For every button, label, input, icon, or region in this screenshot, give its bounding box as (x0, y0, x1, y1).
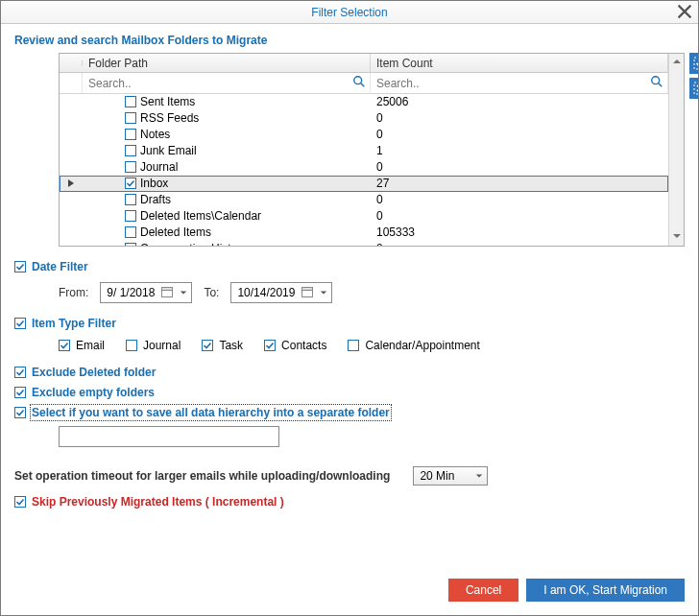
header-folder-path[interactable]: Folder Path (83, 54, 371, 73)
item-type-journal-checkbox[interactable]: Journal (126, 339, 181, 352)
select-all-button[interactable] (689, 53, 699, 74)
row-checkbox[interactable] (125, 96, 136, 107)
checkbox-icon (14, 261, 26, 272)
to-date-input[interactable]: 10/14/2019 (230, 282, 332, 303)
row-checkbox[interactable] (125, 145, 136, 156)
folder-name: Notes (140, 128, 170, 141)
scroll-up-icon[interactable] (672, 56, 682, 69)
checkbox-icon (348, 340, 359, 351)
table-row[interactable]: Notes0 (60, 127, 668, 143)
row-checkbox[interactable] (125, 161, 136, 173)
folder-name: RSS Feeds (140, 111, 199, 125)
search-icon[interactable] (650, 75, 663, 91)
svg-rect-7 (302, 287, 313, 290)
skip-migrated-checkbox[interactable]: Skip Previously Migrated Items ( Increme… (14, 495, 284, 509)
checkbox-icon (202, 340, 213, 351)
close-icon[interactable] (677, 4, 692, 19)
table-row[interactable]: RSS Feeds0 (60, 110, 668, 127)
deselect-all-button[interactable] (689, 78, 699, 99)
folder-name: Conversation History (140, 242, 247, 246)
date-filter-checkbox[interactable]: Date Filter (14, 260, 88, 273)
table-row[interactable]: Inbox27 (60, 176, 668, 192)
folder-name: Junk Email (140, 144, 197, 157)
row-checkbox[interactable] (125, 210, 136, 222)
checkbox-icon (126, 340, 137, 351)
scrollbar[interactable] (668, 54, 684, 246)
item-count: 0 (371, 192, 668, 207)
search-folder-path-input[interactable] (86, 76, 352, 91)
item-type-calendar-appointment-checkbox[interactable]: Calendar/Appointment (348, 339, 479, 352)
row-checkbox[interactable] (125, 194, 136, 205)
row-checkbox[interactable] (125, 243, 136, 246)
from-label: From: (59, 286, 88, 299)
timeout-value: 20 Min (420, 469, 454, 483)
folder-name: Journal (140, 160, 178, 174)
folder-name: Inbox (140, 177, 168, 190)
chevron-down-icon (320, 286, 327, 299)
separate-folder-checkbox[interactable]: Select if you want to save all data hier… (14, 406, 390, 419)
item-count: 0 (371, 110, 668, 126)
table-row[interactable]: Junk Email1 (60, 143, 668, 159)
from-date-value: 9/ 1/2018 (107, 286, 155, 299)
item-type-email-checkbox[interactable]: Email (59, 339, 105, 352)
header-item-count[interactable]: Item Count (371, 54, 668, 73)
item-type-filter-label: Item Type Filter (32, 317, 116, 330)
folder-name: Deleted Items\Calendar (140, 209, 261, 223)
to-label: To: (204, 286, 219, 299)
folder-name: Drafts (140, 193, 171, 206)
folder-name: Sent Items (140, 95, 195, 108)
checkbox-icon (14, 496, 26, 508)
timeout-select[interactable]: 20 Min (413, 466, 488, 486)
date-filter-label: Date Filter (32, 260, 88, 273)
table-row[interactable]: Journal0 (60, 159, 668, 176)
folder-grid: Folder Path Item Count Sent (59, 53, 685, 247)
table-row[interactable]: Conversation History0 (60, 241, 668, 246)
separate-folder-input[interactable] (59, 426, 279, 447)
item-type-label: Task (219, 339, 243, 352)
item-count: 0 (371, 208, 668, 224)
checkbox-icon (14, 387, 26, 398)
item-type-contacts-checkbox[interactable]: Contacts (264, 339, 326, 352)
cancel-button[interactable]: Cancel (448, 579, 518, 602)
row-checkbox[interactable] (125, 129, 136, 140)
separate-folder-label: Select if you want to save all data hier… (32, 406, 390, 419)
item-type-task-checkbox[interactable]: Task (202, 339, 243, 352)
skip-migrated-label: Skip Previously Migrated Items ( Increme… (32, 495, 284, 509)
table-row[interactable]: Deleted Items105333 (60, 225, 668, 241)
grid-header: Folder Path Item Count (60, 54, 668, 73)
exclude-deleted-label: Exclude Deleted folder (32, 366, 156, 379)
item-count: 105333 (371, 225, 668, 240)
table-row[interactable]: Sent Items25006 (60, 94, 668, 110)
table-row[interactable]: Drafts0 (60, 192, 668, 208)
start-migration-button[interactable]: I am OK, Start Migration (526, 579, 685, 602)
checkbox-icon (14, 407, 26, 418)
row-checkbox[interactable] (125, 178, 136, 189)
item-type-label: Email (76, 339, 105, 352)
row-checkbox[interactable] (125, 226, 136, 238)
item-count: 25006 (371, 94, 668, 109)
item-count: 1 (371, 143, 668, 158)
chevron-down-icon (180, 286, 187, 299)
scroll-down-icon[interactable] (672, 230, 682, 244)
exclude-deleted-checkbox[interactable]: Exclude Deleted folder (14, 366, 156, 379)
table-row[interactable]: Deleted Items\Calendar0 (60, 208, 668, 225)
item-type-label: Calendar/Appointment (365, 339, 479, 352)
folder-name: Deleted Items (140, 225, 211, 239)
item-type-filter-checkbox[interactable]: Item Type Filter (14, 317, 116, 330)
svg-rect-5 (162, 287, 173, 290)
search-item-count-input[interactable] (374, 76, 650, 91)
titlebar: Filter Selection (1, 1, 698, 24)
to-date-value: 10/14/2019 (237, 286, 295, 299)
search-icon[interactable] (352, 75, 366, 91)
exclude-empty-checkbox[interactable]: Exclude empty folders (14, 386, 155, 399)
window-title: Filter Selection (311, 6, 387, 19)
page-heading: Review and search Mailbox Folders to Mig… (14, 34, 685, 47)
from-date-input[interactable]: 9/ 1/2018 (100, 282, 192, 303)
item-type-label: Contacts (281, 339, 326, 352)
svg-point-1 (652, 77, 660, 84)
checkbox-icon (14, 367, 26, 378)
exclude-empty-label: Exclude empty folders (32, 386, 155, 399)
row-checkbox[interactable] (125, 112, 136, 124)
checkbox-icon (59, 340, 70, 351)
row-pointer-icon (67, 177, 75, 190)
